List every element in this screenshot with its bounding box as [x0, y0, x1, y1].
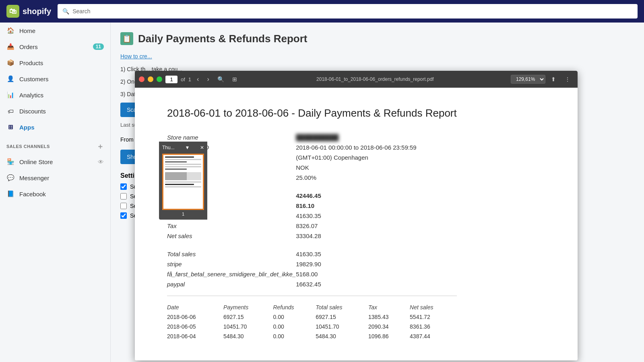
- sidebar-item-analytics[interactable]: 📊 Analytics: [0, 87, 110, 103]
- checkbox-0[interactable]: [120, 183, 127, 190]
- mini-line-8: [165, 186, 201, 187]
- sidebar-item-messenger[interactable]: 💬 Messenger: [0, 170, 110, 186]
- timezone-value: (GMT+01:00) Copenhagen: [296, 152, 457, 162]
- eye-icon[interactable]: 👁: [98, 158, 104, 165]
- search-bar[interactable]: 🔍 Search: [58, 4, 638, 19]
- pdf-minimize-button[interactable]: [148, 76, 153, 82]
- total-sales-row: Total sales 41630.35: [167, 211, 457, 221]
- thumbnail-page-num: 1: [162, 212, 204, 216]
- products-icon: 📦: [6, 59, 14, 67]
- pdf-close-button[interactable]: [139, 76, 144, 82]
- sidebar-item-online-store[interactable]: 🏪 Online Store 👁: [0, 154, 110, 170]
- sidebar-item-label: Customers: [19, 76, 49, 82]
- store-name-row: Store name ██████████: [167, 132, 457, 142]
- how-to-create-link[interactable]: How to cre...: [120, 53, 634, 60]
- sidebar-item-label: Home: [19, 27, 35, 34]
- net-sales-row: Net sales 33304.28: [167, 231, 457, 241]
- search-placeholder: Search: [72, 8, 90, 14]
- payments-value: 42446.45: [296, 191, 457, 201]
- breakdown-paypal-value: 16632.45: [296, 279, 457, 289]
- row0-tax: 1385.43: [368, 312, 410, 322]
- spacer-row-1: [167, 183, 457, 191]
- breakdown-paypal-row: paypal 16632.45: [167, 279, 457, 289]
- pdf-table-header-row: Date Payments Refunds Total sales Tax Ne…: [167, 302, 457, 312]
- mini-line-6: [165, 181, 201, 183]
- sidebar-item-label: Analytics: [19, 92, 43, 99]
- pdf-report-title: 2018-06-01 to 2018-06-06 - Daily Payment…: [167, 107, 457, 119]
- sidebar-item-home[interactable]: 🏠 Home: [0, 23, 110, 39]
- pdf-page-input[interactable]: [165, 76, 178, 83]
- pdf-data-table: Date Payments Refunds Total sales Tax Ne…: [167, 302, 457, 341]
- pdf-divider: [167, 296, 457, 296]
- pdf-document: 2018-06-01 to 2018-06-06 - Daily Payment…: [135, 88, 489, 360]
- sidebar-item-facebook[interactable]: 📘 Facebook: [0, 186, 110, 202]
- from-label: From: [120, 136, 134, 143]
- report-icon: 📋: [120, 32, 133, 45]
- mini-line-title: [165, 156, 194, 158]
- currency-value: NOK: [296, 162, 457, 173]
- breakdown-stripe-label: stripe: [167, 259, 296, 269]
- sidebar-item-apps[interactable]: ⊞ Apps: [0, 119, 110, 135]
- breakdown-fa-label: få_først_betal_senere_smidigere_blir_det…: [167, 269, 296, 279]
- breakdown-total-row: Total sales 41630.35: [167, 249, 457, 259]
- refunds-value: 816.10: [296, 201, 457, 211]
- main-layout: 🏠 Home 📥 Orders 11 📦 Products 👤 Customer…: [0, 23, 644, 362]
- pdf-search-button[interactable]: 🔍: [215, 75, 227, 83]
- orders-icon: 📥: [6, 43, 14, 51]
- row1-refunds: 0.00: [273, 322, 316, 331]
- pdf-prev-button[interactable]: ‹: [194, 75, 201, 84]
- page-title: Daily Payments & Refunds Report: [138, 33, 307, 45]
- pdf-overlay: of 1 ‹ › 🔍 ⊞ 2018-06-01_to_2018-06-06_or…: [135, 71, 578, 360]
- sidebar-item-customers[interactable]: 👤 Customers: [0, 71, 110, 87]
- row2-payments: 5484.30: [223, 331, 273, 341]
- tax2-row: Tax 8326.07: [167, 221, 457, 231]
- col-payments: Payments: [223, 302, 273, 312]
- thumbnail-close-icon[interactable]: ✕: [200, 145, 204, 150]
- add-channel-button[interactable]: ＋: [97, 142, 104, 151]
- sales-channels-label: SALES CHANNELS: [6, 144, 50, 149]
- pdf-next-button[interactable]: ›: [204, 75, 211, 84]
- pdf-toolbar: of 1 ‹ › 🔍 ⊞ 2018-06-01_to_2018-06-06_or…: [135, 71, 578, 88]
- sidebar-item-products[interactable]: 📦 Products: [0, 55, 110, 71]
- pdf-more-button[interactable]: ⋮: [561, 75, 574, 83]
- checkbox-1[interactable]: [120, 193, 127, 200]
- checkbox-2[interactable]: [120, 203, 127, 209]
- page-title-row: 📋 Daily Payments & Refunds Report: [120, 32, 634, 45]
- customers-icon: 👤: [6, 75, 14, 83]
- col-date: Date: [167, 302, 223, 312]
- row1-total-sales: 10451.70: [316, 322, 368, 331]
- breakdown-fa-value: 5168.00: [296, 269, 457, 279]
- total-sales-value: 41630.35: [296, 211, 457, 221]
- mini-chart: [165, 172, 201, 180]
- sidebar-item-discounts[interactable]: 🏷 Discounts: [0, 103, 110, 119]
- breakdown-stripe-row: stripe 19829.90: [167, 259, 457, 269]
- pdf-copy-button[interactable]: ⊞: [230, 75, 239, 83]
- row0-net-sales: 5541.72: [410, 312, 457, 322]
- store-icon: 🏪: [6, 158, 14, 166]
- row1-date: 2018-06-05: [167, 322, 223, 331]
- thumbnail-label: Thu...: [162, 145, 175, 150]
- checkbox-3[interactable]: [120, 212, 127, 219]
- store-name-label: Store name: [167, 132, 296, 142]
- pdf-table-head: Date Payments Refunds Total sales Tax Ne…: [167, 302, 457, 312]
- pdf-maximize-button[interactable]: [157, 76, 162, 82]
- net-sales-value: 33304.28: [296, 231, 457, 241]
- pdf-zoom-select[interactable]: 129,61%: [511, 75, 545, 84]
- messenger-icon: 💬: [6, 174, 14, 182]
- pdf-share-button[interactable]: ⬆: [549, 75, 558, 83]
- table-row: 2018-06-05 10451.70 0.00 10451.70 2090.3…: [167, 322, 457, 331]
- spacer-row-2: [167, 241, 457, 249]
- sidebar-item-orders[interactable]: 📥 Orders 11: [0, 39, 110, 55]
- breakdown-stripe-value: 19829.90: [296, 259, 457, 269]
- thumbnail-header: Thu... ▼ ✕: [162, 145, 204, 150]
- row2-date: 2018-06-04: [167, 331, 223, 341]
- col-tax: Tax: [368, 302, 410, 312]
- row2-refunds: 0.00: [273, 331, 316, 341]
- thumbnail-image[interactable]: [162, 154, 204, 210]
- table-row: 2018-06-04 5484.30 0.00 5484.30 1096.86 …: [167, 331, 457, 341]
- timezone-row: Timezone (GMT+01:00) Copenhagen: [167, 152, 457, 162]
- mini-line-2: [165, 161, 187, 162]
- breakdown-total-label: Total sales: [167, 249, 296, 259]
- row0-payments: 6927.15: [223, 312, 273, 322]
- row2-total-sales: 5484.30: [316, 331, 368, 341]
